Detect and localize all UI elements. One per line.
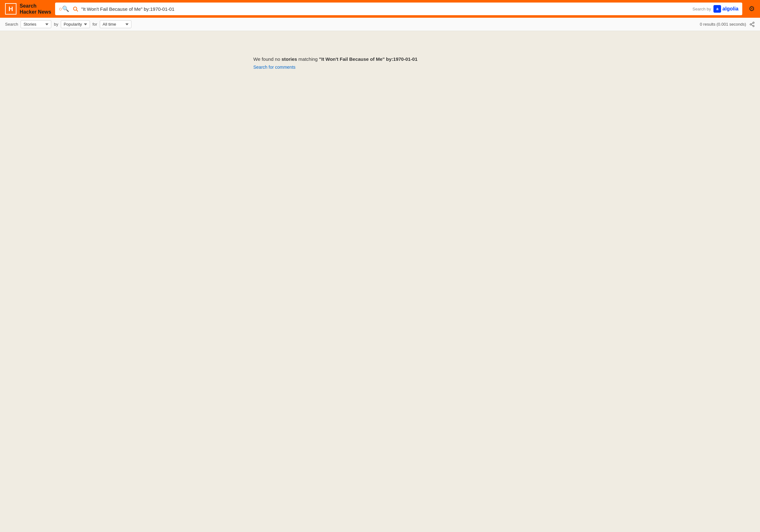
no-results-type: stories (281, 56, 297, 62)
search-comments-link[interactable]: Search for comments (253, 65, 296, 70)
logo-letter: H (9, 5, 13, 13)
filter-bar: Search Stories Comments by Popularity Da… (0, 18, 760, 31)
svg-line-5 (751, 25, 753, 25)
no-results-container: We found no stories matching "It Won't F… (253, 44, 507, 70)
svg-point-4 (753, 25, 754, 27)
settings-icon[interactable]: ⚙ (749, 5, 755, 13)
results-info: 0 results (0.001 seconds) (700, 22, 755, 27)
main-content: We found no stories matching "It Won't F… (0, 31, 760, 83)
algolia-logo: a algolia (713, 5, 738, 13)
no-results-query: "It Won't Fail Because of Me" by:1970-01… (319, 56, 417, 62)
logo-text: Search Hacker News (20, 3, 51, 15)
results-count: 0 results (0.001 seconds) (700, 22, 746, 26)
no-results-middle: matching (297, 56, 319, 62)
no-results-prefix: We found no (253, 56, 281, 62)
no-results-message: We found no stories matching "It Won't F… (253, 56, 507, 62)
logo-line1: Search (20, 3, 51, 9)
search-by-label: Search by (692, 7, 711, 11)
search-filter-label: Search (5, 22, 18, 26)
by-label: by (54, 22, 58, 26)
type-select[interactable]: Stories Comments (21, 20, 51, 28)
svg-point-2 (753, 22, 754, 24)
logo-line2: Hacker News (20, 9, 51, 15)
svg-point-3 (750, 24, 751, 25)
algolia-icon: a (713, 5, 721, 13)
sort-select[interactable]: Popularity Date (61, 20, 90, 28)
search-input[interactable] (81, 6, 689, 12)
search-icon: ○🔍 (59, 5, 70, 12)
header: H Search Hacker News ○🔍 Search by a algo… (0, 0, 760, 18)
svg-line-6 (751, 23, 753, 24)
algolia-text: algolia (722, 6, 738, 12)
share-icon[interactable] (749, 22, 755, 27)
search-by: Search by a algolia (692, 5, 738, 13)
search-bar: ○🔍 Search by a algolia (55, 3, 742, 15)
search-icon (72, 6, 78, 12)
logo-link[interactable]: H Search Hacker News (5, 3, 51, 15)
time-select[interactable]: All time Last 24h Past Week Past Month P… (100, 20, 131, 28)
svg-line-1 (76, 10, 77, 11)
logo-box: H (5, 3, 17, 15)
for-label: for (92, 22, 97, 26)
